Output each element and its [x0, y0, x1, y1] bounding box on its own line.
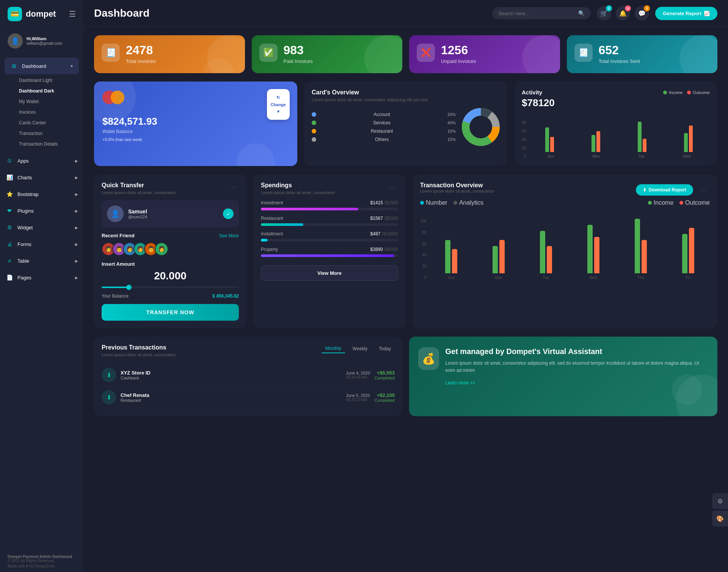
bootstrap-label: Bootstrap — [17, 191, 71, 197]
sidebar-item-dashboard-light[interactable]: Dashboard Light — [14, 75, 83, 86]
insert-amount-label: Insert Amount — [102, 261, 239, 267]
download-report-button[interactable]: ⬇ Download Report — [636, 184, 693, 196]
bar-income-sun — [545, 127, 549, 152]
legend-label-restaurant: Restaurant — [371, 129, 393, 134]
to-title: Transaction Overview — [420, 182, 494, 189]
float-settings-btn[interactable]: ⚙ — [712, 493, 728, 509]
mc-circle-orange — [111, 91, 124, 104]
tab-today[interactable]: Today — [375, 345, 395, 353]
sidebar-item-transaction-details[interactable]: Transaction Details — [14, 139, 83, 149]
svg-point-5 — [470, 116, 491, 138]
sidebar-item-transaction[interactable]: Transaction — [14, 128, 83, 139]
quick-transfer-more-icon[interactable]: ⋯ — [227, 182, 239, 192]
tab-weekly[interactable]: Weekly — [349, 345, 371, 353]
float-palette-btn[interactable]: 🎨 — [712, 511, 728, 527]
bootstrap-chevron-icon: ▶ — [75, 192, 78, 196]
middle-row: ↻ Change ▼ $824,571.93 Wallet Balance +0… — [94, 81, 717, 166]
apps-chevron-icon: ▶ — [75, 159, 78, 163]
sidebar-item-dashboard[interactable]: ⊞ Dashboard ▼ — [5, 58, 79, 74]
sidebar-item-apps[interactable]: ① Apps ▶ — [0, 152, 83, 169]
message-icon-btn[interactable]: 💬3 — [635, 6, 649, 20]
slider-track — [102, 287, 239, 288]
sidebar-item-bootstrap[interactable]: ⭐ Bootstrap ▶ — [0, 186, 83, 202]
activity-chart: 80 60 40 20 0 — [522, 114, 710, 158]
to-income-label: Income — [654, 199, 673, 206]
y-axis: 80 60 40 20 0 — [522, 121, 528, 158]
forms-label: Forms — [17, 241, 71, 247]
spending-amount-investment: $1415 /$2000 — [370, 200, 398, 205]
generate-report-button[interactable]: Generate Report 📈 — [655, 7, 717, 20]
sidebar-item-table[interactable]: ≡ Table ▶ — [0, 252, 83, 269]
sidebar-item-widget[interactable]: ⚙ Widget ▶ — [0, 219, 83, 236]
widget-label: Widget — [17, 225, 71, 230]
trans-icon-cashback: ⬇ — [102, 368, 116, 382]
sidebar-item-cards-center[interactable]: Cards Center — [14, 118, 83, 128]
to-bar-wed: Wed — [571, 213, 615, 280]
income-dot — [663, 91, 667, 94]
activity-title: Activity — [522, 89, 659, 96]
see-more-link[interactable]: See More — [219, 233, 239, 238]
trans-tabs: Monthly Weekly Today — [322, 344, 395, 353]
legend-dot-others — [312, 137, 316, 142]
user-email: william@gmail.com — [27, 41, 62, 45]
your-balance-label: Your Balance — [102, 293, 129, 299]
transaction-overview-card: Transaction Overview Lorem ipsum dolor s… — [413, 174, 717, 328]
stat-info-total-invoices: 2478 Total Invoices — [126, 44, 156, 64]
sidebar-item-charts[interactable]: 📊 Charts ▶ — [0, 169, 83, 186]
to-outcome-label: Outcome — [685, 199, 710, 206]
view-more-button[interactable]: View More — [261, 265, 398, 281]
transfer-user-card: 👤 Samuel @sum224 ✓ — [102, 200, 239, 227]
transfer-now-button[interactable]: TRANSFER NOW — [102, 304, 239, 321]
transfer-check-icon: ✓ — [223, 208, 234, 219]
spending-item-investment: Investment $1415 /$2000 — [261, 200, 398, 210]
sidebar-item-invoices[interactable]: Invoices — [14, 107, 83, 118]
spending-label-installment: Installment — [261, 231, 283, 237]
stat-label-sent-invoices: Total Invoices Sent — [599, 58, 640, 64]
va-subtitle: Lorem ipsum dolor sit amet, consectetur … — [445, 360, 708, 374]
sidebar-item-forms[interactable]: 🖨 Forms ▶ — [0, 236, 83, 252]
cart-icon-btn[interactable]: 🛒2 — [597, 6, 611, 20]
user-info: 👤 Hi,William william@gmail.com — [0, 28, 83, 55]
trans-status-1: Completed — [375, 376, 395, 380]
sidebar-item-dashboard-dark[interactable]: Dashboard Dark — [14, 86, 83, 96]
wallet-balance-amount: $824,571.93 — [102, 116, 289, 127]
toggle-analytics[interactable]: Analytics — [453, 199, 483, 206]
search-input[interactable] — [498, 11, 575, 16]
tab-monthly[interactable]: Monthly — [322, 344, 345, 353]
toggle-income: Income — [648, 199, 673, 206]
bar-outcome-tue — [643, 139, 646, 152]
activity-legend-income: Income — [663, 90, 682, 95]
number-label: Number — [426, 199, 447, 206]
bar-outcome-mon — [596, 131, 600, 152]
toggle-outcome: Outcome — [679, 199, 710, 206]
sidebar-item-my-wallet[interactable]: My Wallet — [14, 96, 83, 107]
apps-icon: ① — [5, 157, 14, 165]
friend-avatar-6[interactable]: 👩 — [155, 242, 168, 256]
to-more-icon[interactable]: ⋯ — [698, 185, 710, 195]
sidebar-item-pages[interactable]: 📄 Pages ▶ — [0, 269, 83, 286]
bell-icon-btn[interactable]: 🔔12 — [616, 6, 630, 20]
bar-income-mon — [592, 135, 595, 152]
trans-time-2: 08:20:10 AM — [346, 398, 370, 402]
spendings-more-icon[interactable]: ⋯ — [386, 182, 398, 192]
spending-label-restaurant: Restaurant — [261, 216, 283, 221]
to-bar-mon: Mon — [477, 213, 521, 280]
header: Dashboard 🔍 🛒2 🔔12 💬3 Generate Report 📈 — [83, 0, 728, 27]
hamburger-icon[interactable]: ☰ — [69, 9, 76, 19]
recent-friends-label: Recent Friend — [102, 233, 135, 238]
bar-income-wed — [684, 133, 688, 152]
app-name: dompet — [26, 9, 56, 19]
transfer-slider[interactable] — [102, 287, 239, 288]
quick-transfer-title: Quick Transfer — [102, 182, 176, 189]
sidebar-item-plugins[interactable]: ❤ Plugins ▶ — [0, 202, 83, 219]
footer-brand: Dompet Payment Admin Dashboard — [8, 555, 76, 559]
to-bar-thu: Thu — [619, 213, 662, 280]
avatar: 👤 — [8, 33, 23, 49]
prev-trans-subtitle: Lorem ipsum dolor sit amet, consectetur — [102, 353, 176, 357]
plugins-icon: ❤ — [5, 207, 14, 215]
your-balance-amount: $ 456,345.62 — [212, 293, 239, 299]
outcome-dot — [687, 91, 691, 94]
va-learn-more-link[interactable]: Learn more >> — [445, 380, 708, 386]
analytics-dot — [453, 201, 457, 205]
legend-label-account: Account — [373, 112, 390, 117]
